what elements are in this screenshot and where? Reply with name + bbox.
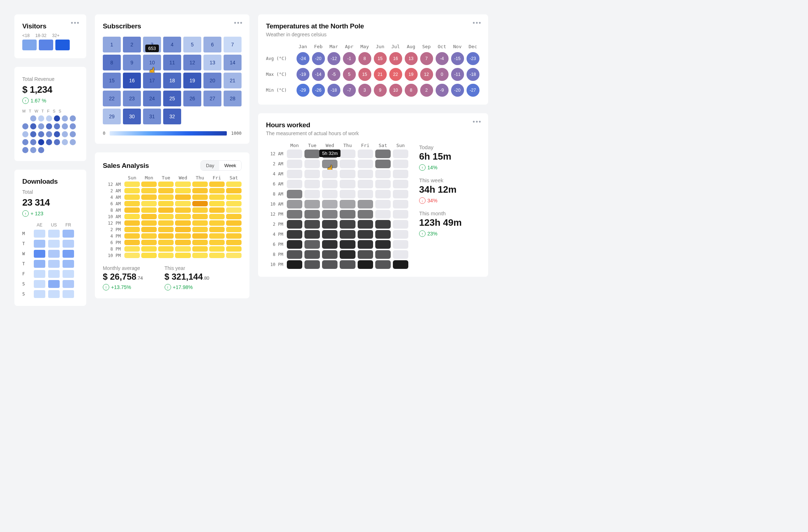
sales-cell[interactable] <box>124 207 140 213</box>
calendar-dot[interactable] <box>30 123 36 129</box>
calendar-dot[interactable] <box>54 147 60 153</box>
download-cell[interactable] <box>63 290 74 298</box>
calendar-dot[interactable] <box>38 115 44 121</box>
subscriber-cell[interactable]: 19 <box>183 73 201 88</box>
hours-cell[interactable] <box>340 150 355 158</box>
download-cell[interactable] <box>34 290 45 298</box>
more-icon[interactable]: ••• <box>473 22 482 24</box>
hours-cell[interactable] <box>375 190 391 198</box>
sales-cell[interactable] <box>141 214 157 219</box>
hours-cell[interactable] <box>393 150 408 158</box>
hours-cell[interactable] <box>304 220 320 229</box>
sales-cell[interactable] <box>175 201 190 206</box>
sales-cell[interactable] <box>192 220 208 226</box>
hours-cell[interactable] <box>393 160 408 168</box>
hours-cell[interactable] <box>358 170 373 178</box>
sales-cell[interactable] <box>175 188 190 193</box>
temp-cell[interactable]: 16 <box>389 52 402 65</box>
sales-cell[interactable] <box>175 207 190 213</box>
hours-cell[interactable] <box>375 200 391 208</box>
sales-cell[interactable] <box>141 220 157 226</box>
hours-cell[interactable] <box>375 260 391 269</box>
calendar-dot[interactable] <box>70 131 76 137</box>
sales-cell[interactable] <box>175 227 190 232</box>
subscriber-cell[interactable]: 16 <box>123 73 141 88</box>
download-cell[interactable] <box>48 260 60 268</box>
calendar-dot[interactable] <box>46 123 52 129</box>
hours-cell[interactable] <box>375 240 391 249</box>
sales-cell[interactable] <box>175 233 190 239</box>
download-cell[interactable] <box>34 270 45 278</box>
calendar-dot[interactable] <box>38 123 44 129</box>
hours-cell[interactable]: 5h 32m☝ <box>322 160 338 168</box>
sales-cell[interactable] <box>209 240 225 245</box>
sales-cell[interactable] <box>209 233 225 239</box>
temp-cell[interactable]: -15 <box>451 52 464 65</box>
hours-cell[interactable] <box>340 170 355 178</box>
sales-cell[interactable] <box>226 227 242 232</box>
sales-cell[interactable] <box>124 201 140 206</box>
hours-cell[interactable] <box>287 150 302 158</box>
hours-cell[interactable] <box>393 190 408 198</box>
sales-cell[interactable] <box>226 182 242 187</box>
sales-cell[interactable] <box>192 214 208 219</box>
hours-cell[interactable] <box>358 240 373 249</box>
hours-cell[interactable] <box>393 230 408 239</box>
temp-cell[interactable]: -23 <box>467 52 479 65</box>
hours-cell[interactable] <box>340 220 355 229</box>
sales-cell[interactable] <box>141 246 157 252</box>
hours-cell[interactable] <box>393 200 408 208</box>
temp-cell[interactable]: 8 <box>405 84 418 97</box>
subscriber-cell[interactable]: 11 <box>163 55 181 70</box>
sales-cell[interactable] <box>141 188 157 193</box>
hours-cell[interactable] <box>375 210 391 219</box>
hours-cell[interactable] <box>340 250 355 259</box>
sales-cell[interactable] <box>141 182 157 187</box>
subscriber-cell[interactable]: 21 <box>224 73 242 88</box>
temp-cell[interactable]: -27 <box>467 84 479 97</box>
sales-cell[interactable] <box>209 246 225 252</box>
sales-cell[interactable] <box>158 188 174 193</box>
subscriber-cell[interactable]: 7 <box>224 37 242 52</box>
hours-cell[interactable] <box>304 240 320 249</box>
sales-cell[interactable] <box>141 194 157 200</box>
hours-cell[interactable] <box>340 210 355 219</box>
calendar-dot[interactable] <box>70 115 76 121</box>
hours-cell[interactable] <box>287 210 302 219</box>
hours-cell[interactable] <box>322 260 338 269</box>
hours-cell[interactable] <box>358 260 373 269</box>
sales-cell[interactable] <box>192 182 208 187</box>
download-cell[interactable] <box>34 260 45 268</box>
download-cell[interactable] <box>34 230 45 238</box>
hours-cell[interactable] <box>287 240 302 249</box>
calendar-dot[interactable] <box>46 131 52 137</box>
calendar-dot[interactable] <box>30 115 36 121</box>
subscriber-cell[interactable]: 20 <box>203 73 221 88</box>
sales-cell[interactable] <box>175 253 190 258</box>
temp-cell[interactable]: 2 <box>420 84 433 97</box>
calendar-dot[interactable] <box>46 115 52 121</box>
sales-cell[interactable] <box>175 214 190 219</box>
temp-cell[interactable]: -7 <box>343 84 356 97</box>
temp-cell[interactable]: -20 <box>451 84 464 97</box>
temp-cell[interactable]: -19 <box>297 68 309 81</box>
sales-cell[interactable] <box>158 194 174 200</box>
sales-cell[interactable] <box>209 214 225 219</box>
download-cell[interactable] <box>63 270 74 278</box>
toggle-day[interactable]: Day <box>201 161 219 170</box>
download-cell[interactable] <box>63 250 74 258</box>
calendar-dot[interactable] <box>62 131 68 137</box>
hours-cell[interactable] <box>393 220 408 229</box>
sales-cell[interactable] <box>192 201 208 206</box>
temp-cell[interactable]: -4 <box>436 52 449 65</box>
sales-cell[interactable] <box>124 253 140 258</box>
hours-cell[interactable] <box>322 250 338 259</box>
calendar-dot[interactable] <box>30 139 36 145</box>
subscriber-cell[interactable]: 5 <box>183 37 201 52</box>
subscriber-cell[interactable]: 4 <box>163 37 181 52</box>
temp-cell[interactable]: 15 <box>374 52 387 65</box>
sales-cell[interactable] <box>209 220 225 226</box>
calendar-dot[interactable] <box>30 147 36 153</box>
download-cell[interactable] <box>48 250 60 258</box>
temp-cell[interactable]: -1 <box>343 52 356 65</box>
